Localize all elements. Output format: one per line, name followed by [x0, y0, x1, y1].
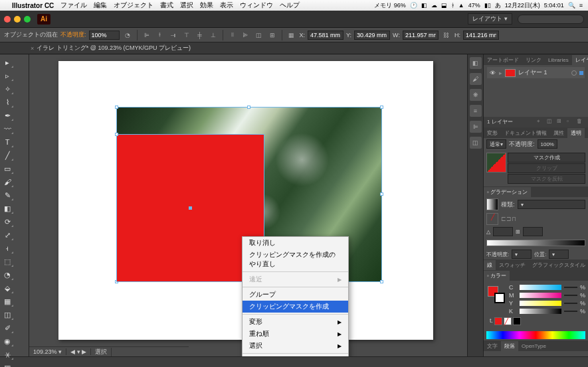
- ime-icon[interactable]: あ: [495, 1, 501, 10]
- x-input[interactable]: [308, 31, 343, 40]
- dock-pathfinder-icon[interactable]: ◫: [470, 137, 482, 149]
- link-wh-icon[interactable]: ⛓: [441, 30, 452, 40]
- w-input[interactable]: [403, 31, 439, 40]
- layer-name[interactable]: レイヤー 1: [518, 68, 547, 77]
- swatch-none[interactable]: ╱: [504, 317, 512, 325]
- artboard-nav[interactable]: ◀ ▾ ▶: [66, 348, 91, 355]
- tab-docinfo[interactable]: ドキュメント情報: [501, 128, 550, 138]
- y-input[interactable]: [354, 31, 390, 40]
- dock-symbols-icon[interactable]: ❋: [470, 89, 482, 101]
- menu-help[interactable]: ヘルプ: [280, 1, 300, 10]
- distribute-v-icon[interactable]: ⫸: [241, 30, 251, 40]
- style-icon[interactable]: ◔: [122, 30, 133, 40]
- align-bottom-icon[interactable]: ⊥: [208, 30, 219, 40]
- graph-tool[interactable]: ▥: [1, 362, 14, 367]
- menu-effect[interactable]: 効果: [200, 1, 213, 10]
- layer-row[interactable]: 👁 ▸ レイヤー 1: [487, 67, 585, 78]
- ctx-redo-clip[interactable]: クリッピングマスクを作成のやり直し: [243, 249, 348, 270]
- align-left-icon[interactable]: ⊫: [142, 30, 152, 40]
- menu-window[interactable]: ウィンドウ: [240, 1, 273, 10]
- symbol-sprayer-tool[interactable]: ⚹: [1, 348, 14, 360]
- make-mask-button[interactable]: マスク作成: [508, 153, 585, 163]
- tab-character[interactable]: 文字: [484, 341, 501, 351]
- tab-opentype[interactable]: OpenType: [518, 342, 549, 350]
- menu-view[interactable]: 表示: [220, 1, 233, 10]
- workspace-dropdown[interactable]: レイアウト ▾: [468, 13, 512, 25]
- menu-object[interactable]: オブジェクト: [114, 1, 153, 10]
- target-icon[interactable]: [571, 70, 577, 76]
- type-tool[interactable]: T: [1, 136, 14, 148]
- ctx-make-clipping-mask[interactable]: クリッピングマスクを作成: [243, 301, 348, 313]
- make-clip-icon[interactable]: ◫: [547, 118, 555, 126]
- align-right-icon[interactable]: ⫣: [168, 30, 179, 40]
- line-tool[interactable]: ╱: [1, 149, 14, 161]
- pen-tool[interactable]: ✒: [1, 110, 14, 121]
- blend-tool[interactable]: ◉: [1, 335, 14, 347]
- tab-gradient[interactable]: ◦ グラデーション: [484, 187, 531, 197]
- search-input[interactable]: [518, 15, 584, 24]
- new-layer-icon[interactable]: ▫: [567, 118, 575, 126]
- bluetooth-icon[interactable]: ᚼ: [451, 2, 454, 9]
- swatch-red[interactable]: [494, 317, 502, 325]
- zoom-readout[interactable]: 109.23% ▾: [29, 348, 66, 355]
- visibility-icon[interactable]: 👁: [488, 69, 496, 77]
- align-top-icon[interactable]: ⊤: [181, 30, 192, 40]
- dock-align-icon[interactable]: ⊫: [470, 121, 482, 133]
- eyedropper-tool[interactable]: ✐: [1, 322, 14, 334]
- delete-layer-icon[interactable]: 🗑: [577, 118, 585, 126]
- width-tool[interactable]: ⫞: [1, 242, 14, 254]
- tab-color[interactable]: ◦ カラー: [484, 271, 510, 281]
- mesh-tool[interactable]: ▦: [1, 295, 14, 307]
- window-close[interactable]: [4, 16, 11, 23]
- stop-position-input[interactable]: ▾: [549, 250, 569, 259]
- tab-links[interactable]: リンク: [522, 55, 545, 65]
- dock-color-guide-icon[interactable]: ◧: [470, 57, 482, 69]
- selection-tool[interactable]: ▸: [1, 56, 14, 68]
- transparency-thumb[interactable]: [486, 153, 506, 173]
- blend-mode-dropdown[interactable]: 通常 ▾: [486, 139, 506, 149]
- anchor-ref-icon[interactable]: ▦: [286, 30, 297, 40]
- h-input[interactable]: [463, 31, 499, 40]
- align-hcenter-icon[interactable]: ⫲: [155, 30, 165, 40]
- gradient-type-dropdown[interactable]: ▾: [518, 200, 585, 209]
- opacity-label[interactable]: 不透明度:: [60, 31, 86, 39]
- ctx-group[interactable]: グループ: [243, 289, 348, 301]
- tab-transform[interactable]: 変形: [484, 128, 501, 138]
- menu-select[interactable]: 選択: [180, 1, 193, 10]
- c-input[interactable]: [564, 287, 577, 288]
- spectrum-ramp[interactable]: [486, 331, 585, 339]
- gradient-swatch[interactable]: [486, 198, 498, 210]
- canvas[interactable]: 取り消し クリッピングマスクを作成のやり直し 遠近▶ グループ クリッピングマス…: [29, 54, 467, 356]
- tab-graphic-styles[interactable]: グラフィックスタイル: [529, 260, 588, 270]
- paintbrush-tool[interactable]: 🖌: [1, 176, 14, 188]
- shape-builder-tool[interactable]: ◔: [1, 269, 14, 281]
- notif-icon[interactable]: ◧: [421, 2, 427, 9]
- dropbox-icon[interactable]: ⬓: [441, 2, 447, 9]
- window-zoom[interactable]: [24, 16, 31, 23]
- ctx-select[interactable]: 選択▶: [243, 340, 348, 352]
- rotate-tool[interactable]: ⟳: [1, 216, 14, 228]
- free-transform-tool[interactable]: ⬚: [1, 256, 14, 267]
- rectangle-tool[interactable]: ▭: [1, 163, 14, 175]
- tab-paragraph[interactable]: 段落: [501, 341, 518, 351]
- tab-close-icon[interactable]: ×: [31, 45, 34, 52]
- scale-tool[interactable]: ⤢: [1, 229, 14, 241]
- direct-selection-tool[interactable]: ▹: [1, 70, 14, 82]
- gradient-stroke-swatch[interactable]: ╱: [486, 213, 498, 225]
- distribute-h-icon[interactable]: ⫴: [227, 30, 238, 40]
- app-name[interactable]: Illustrator CC: [12, 2, 54, 9]
- new-sublayer-icon[interactable]: ⊞: [557, 118, 565, 126]
- locate-icon[interactable]: ⌖: [537, 118, 545, 126]
- tab-artboards[interactable]: アートボード: [484, 55, 522, 65]
- window-minimize[interactable]: [14, 16, 21, 23]
- ctx-arrange[interactable]: 重ね順▶: [243, 328, 348, 340]
- align-vcenter-icon[interactable]: ╪: [195, 30, 205, 40]
- lasso-tool[interactable]: ⌇: [1, 96, 14, 108]
- stop-opacity-input[interactable]: ▾: [512, 250, 532, 259]
- menu-file[interactable]: ファイル: [60, 1, 87, 10]
- menu-icon[interactable]: ≡: [579, 2, 583, 9]
- gradient-ramp[interactable]: [486, 240, 585, 246]
- tab-attributes[interactable]: 属性: [550, 128, 567, 138]
- dock-stroke-icon[interactable]: ≡: [470, 105, 482, 117]
- swatch-black[interactable]: [513, 317, 521, 325]
